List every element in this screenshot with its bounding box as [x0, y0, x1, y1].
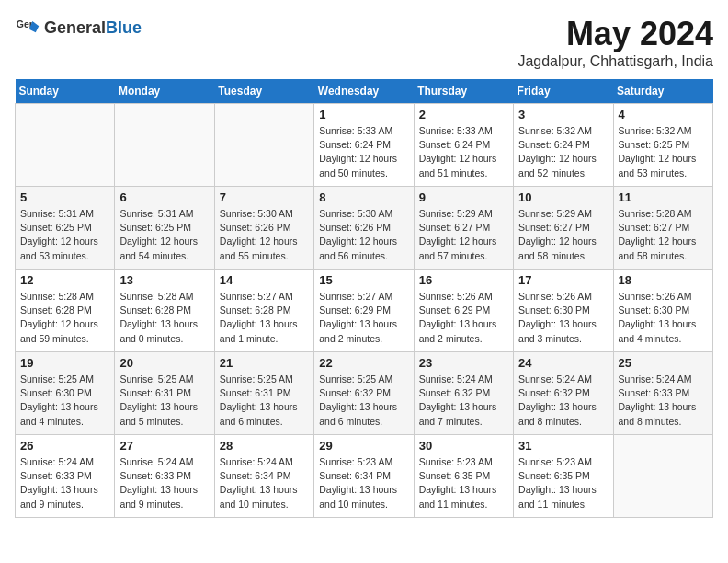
- day-info: Sunrise: 5:26 AM Sunset: 6:30 PM Dayligh…: [518, 290, 608, 346]
- day-number: 26: [20, 439, 109, 453]
- day-info: Sunrise: 5:24 AM Sunset: 6:32 PM Dayligh…: [518, 373, 608, 429]
- calendar-week-row: 5Sunrise: 5:31 AM Sunset: 6:25 PM Daylig…: [16, 187, 713, 270]
- day-number: 24: [518, 356, 608, 370]
- day-info: Sunrise: 5:32 AM Sunset: 6:24 PM Dayligh…: [518, 124, 608, 180]
- calendar-cell: 2Sunrise: 5:33 AM Sunset: 6:24 PM Daylig…: [414, 104, 513, 187]
- day-info: Sunrise: 5:23 AM Sunset: 6:34 PM Dayligh…: [319, 455, 408, 511]
- calendar-cell: 9Sunrise: 5:29 AM Sunset: 6:27 PM Daylig…: [414, 187, 513, 270]
- day-info: Sunrise: 5:27 AM Sunset: 6:29 PM Dayligh…: [319, 290, 408, 346]
- calendar-cell: 7Sunrise: 5:30 AM Sunset: 6:26 PM Daylig…: [214, 187, 313, 270]
- calendar-cell: 19Sunrise: 5:25 AM Sunset: 6:30 PM Dayli…: [16, 352, 115, 435]
- day-header-wednesday: Wednesday: [314, 79, 414, 104]
- calendar-cell: [214, 104, 313, 187]
- calendar-cell: 31Sunrise: 5:23 AM Sunset: 6:35 PM Dayli…: [514, 435, 613, 518]
- calendar-cell: 23Sunrise: 5:24 AM Sunset: 6:32 PM Dayli…: [414, 352, 513, 435]
- calendar-cell: 25Sunrise: 5:24 AM Sunset: 6:33 PM Dayli…: [613, 352, 712, 435]
- calendar-cell: 26Sunrise: 5:24 AM Sunset: 6:33 PM Dayli…: [16, 435, 115, 518]
- calendar-week-row: 12Sunrise: 5:28 AM Sunset: 6:28 PM Dayli…: [16, 270, 713, 352]
- day-header-tuesday: Tuesday: [214, 79, 313, 104]
- calendar-cell: 5Sunrise: 5:31 AM Sunset: 6:25 PM Daylig…: [16, 187, 115, 270]
- day-info: Sunrise: 5:28 AM Sunset: 6:27 PM Dayligh…: [619, 207, 708, 263]
- day-info: Sunrise: 5:24 AM Sunset: 6:33 PM Dayligh…: [20, 455, 109, 511]
- calendar-table: SundayMondayTuesdayWednesdayThursdayFrid…: [15, 79, 713, 518]
- day-number: 29: [319, 439, 408, 453]
- day-info: Sunrise: 5:24 AM Sunset: 6:33 PM Dayligh…: [119, 455, 209, 511]
- day-number: 2: [419, 108, 508, 121]
- calendar-cell: [613, 435, 712, 518]
- logo-text-blue: Blue: [106, 18, 142, 37]
- day-number: 5: [20, 190, 109, 204]
- calendar-week-row: 26Sunrise: 5:24 AM Sunset: 6:33 PM Dayli…: [16, 435, 713, 518]
- day-info: Sunrise: 5:31 AM Sunset: 6:25 PM Dayligh…: [20, 207, 109, 263]
- day-info: Sunrise: 5:25 AM Sunset: 6:32 PM Dayligh…: [319, 373, 408, 429]
- day-info: Sunrise: 5:29 AM Sunset: 6:27 PM Dayligh…: [419, 207, 508, 263]
- calendar-cell: 11Sunrise: 5:28 AM Sunset: 6:27 PM Dayli…: [613, 187, 712, 270]
- day-number: 18: [619, 273, 708, 287]
- calendar-cell: 14Sunrise: 5:27 AM Sunset: 6:28 PM Dayli…: [214, 270, 313, 352]
- day-number: 14: [220, 273, 309, 287]
- calendar-cell: 29Sunrise: 5:23 AM Sunset: 6:34 PM Dayli…: [314, 435, 414, 518]
- calendar-cell: 21Sunrise: 5:25 AM Sunset: 6:31 PM Dayli…: [214, 352, 313, 435]
- day-info: Sunrise: 5:27 AM Sunset: 6:28 PM Dayligh…: [220, 290, 309, 346]
- day-info: Sunrise: 5:24 AM Sunset: 6:32 PM Dayligh…: [419, 373, 508, 429]
- day-info: Sunrise: 5:24 AM Sunset: 6:33 PM Dayligh…: [619, 373, 708, 429]
- calendar-cell: 12Sunrise: 5:28 AM Sunset: 6:28 PM Dayli…: [16, 270, 115, 352]
- calendar-cell: [16, 104, 115, 187]
- day-number: 1: [319, 108, 408, 121]
- calendar-cell: 16Sunrise: 5:26 AM Sunset: 6:29 PM Dayli…: [414, 270, 513, 352]
- location-title: Jagdalpur, Chhattisgarh, India: [518, 53, 713, 70]
- day-number: 3: [518, 108, 608, 121]
- logo-icon: Gen: [15, 15, 40, 40]
- day-number: 28: [220, 439, 309, 453]
- calendar-cell: 8Sunrise: 5:30 AM Sunset: 6:26 PM Daylig…: [314, 187, 414, 270]
- calendar-cell: 17Sunrise: 5:26 AM Sunset: 6:30 PM Dayli…: [514, 270, 613, 352]
- day-info: Sunrise: 5:32 AM Sunset: 6:25 PM Dayligh…: [619, 124, 708, 180]
- day-header-friday: Friday: [514, 79, 613, 104]
- logo: Gen GeneralBlue: [15, 15, 142, 40]
- month-title: May 2024: [518, 15, 713, 53]
- day-info: Sunrise: 5:25 AM Sunset: 6:31 PM Dayligh…: [220, 373, 309, 429]
- day-info: Sunrise: 5:33 AM Sunset: 6:24 PM Dayligh…: [419, 124, 508, 180]
- day-info: Sunrise: 5:29 AM Sunset: 6:27 PM Dayligh…: [518, 207, 608, 263]
- day-number: 31: [518, 439, 608, 453]
- day-number: 27: [119, 439, 209, 453]
- day-number: 16: [419, 273, 508, 287]
- day-number: 20: [119, 356, 209, 370]
- day-number: 10: [518, 190, 608, 204]
- calendar-cell: 20Sunrise: 5:25 AM Sunset: 6:31 PM Dayli…: [115, 352, 214, 435]
- day-number: 8: [319, 190, 408, 204]
- day-number: 12: [20, 273, 109, 287]
- day-header-thursday: Thursday: [414, 79, 513, 104]
- day-info: Sunrise: 5:25 AM Sunset: 6:31 PM Dayligh…: [119, 373, 209, 429]
- calendar-cell: 24Sunrise: 5:24 AM Sunset: 6:32 PM Dayli…: [514, 352, 613, 435]
- day-number: 6: [119, 190, 209, 204]
- calendar-cell: 15Sunrise: 5:27 AM Sunset: 6:29 PM Dayli…: [314, 270, 414, 352]
- day-number: 7: [220, 190, 309, 204]
- calendar-cell: 3Sunrise: 5:32 AM Sunset: 6:24 PM Daylig…: [514, 104, 613, 187]
- day-number: 21: [220, 356, 309, 370]
- calendar-cell: 27Sunrise: 5:24 AM Sunset: 6:33 PM Dayli…: [115, 435, 214, 518]
- day-info: Sunrise: 5:33 AM Sunset: 6:24 PM Dayligh…: [319, 124, 408, 180]
- day-number: 25: [619, 356, 708, 370]
- day-info: Sunrise: 5:23 AM Sunset: 6:35 PM Dayligh…: [518, 455, 608, 511]
- calendar-cell: 10Sunrise: 5:29 AM Sunset: 6:27 PM Dayli…: [514, 187, 613, 270]
- day-header-saturday: Saturday: [613, 79, 712, 104]
- day-number: 9: [419, 190, 508, 204]
- day-number: 22: [319, 356, 408, 370]
- day-number: 11: [619, 190, 708, 204]
- day-info: Sunrise: 5:25 AM Sunset: 6:30 PM Dayligh…: [20, 373, 109, 429]
- day-number: 30: [419, 439, 508, 453]
- day-info: Sunrise: 5:26 AM Sunset: 6:29 PM Dayligh…: [419, 290, 508, 346]
- calendar-cell: 13Sunrise: 5:28 AM Sunset: 6:28 PM Dayli…: [115, 270, 214, 352]
- calendar-cell: 1Sunrise: 5:33 AM Sunset: 6:24 PM Daylig…: [314, 104, 414, 187]
- title-area: May 2024 Jagdalpur, Chhattisgarh, India: [518, 15, 713, 70]
- day-header-sunday: Sunday: [16, 79, 115, 104]
- day-number: 15: [319, 273, 408, 287]
- day-info: Sunrise: 5:31 AM Sunset: 6:25 PM Dayligh…: [119, 207, 209, 263]
- calendar-week-row: 1Sunrise: 5:33 AM Sunset: 6:24 PM Daylig…: [16, 104, 713, 187]
- calendar-header-row: SundayMondayTuesdayWednesdayThursdayFrid…: [16, 79, 713, 104]
- day-number: 4: [619, 108, 708, 121]
- day-info: Sunrise: 5:24 AM Sunset: 6:34 PM Dayligh…: [220, 455, 309, 511]
- day-info: Sunrise: 5:30 AM Sunset: 6:26 PM Dayligh…: [220, 207, 309, 263]
- calendar-week-row: 19Sunrise: 5:25 AM Sunset: 6:30 PM Dayli…: [16, 352, 713, 435]
